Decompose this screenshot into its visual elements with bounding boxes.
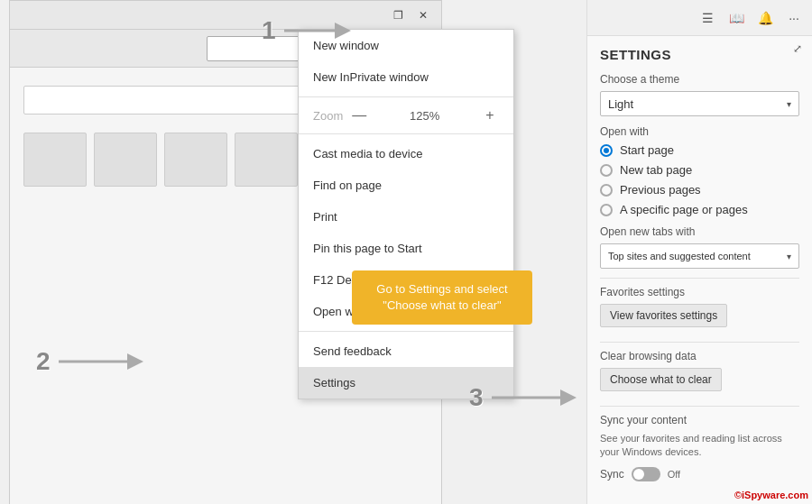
zoom-plus-button[interactable]: + <box>481 106 499 124</box>
radio-start-page[interactable]: Start page <box>600 143 799 157</box>
top-site-3[interactable] <box>164 133 227 187</box>
sync-desc: See your favorites and reading list acro… <box>600 432 799 460</box>
watermark: ©iSpyware.com <box>734 490 808 500</box>
sync-toggle-value: Off <box>668 469 680 480</box>
radio-specific[interactable]: A specific page or pages <box>600 203 799 216</box>
arrow-3-icon <box>487 384 577 411</box>
menu-item-pin[interactable]: Pin this page to Start <box>299 233 513 264</box>
menu-divider-3 <box>299 331 513 332</box>
settings-divider-3 <box>600 406 799 407</box>
clear-label: Clear browsing data <box>600 350 799 362</box>
radio-circle-specific <box>600 204 613 216</box>
settings-divider-2 <box>600 342 799 343</box>
arrow-2-icon <box>54 348 144 375</box>
radio-previous[interactable]: Previous pages <box>600 183 799 197</box>
new-tabs-label: Open new tabs with <box>600 225 799 238</box>
new-tabs-chevron-icon: ▾ <box>787 252 791 261</box>
sync-toggle-label: Sync <box>600 468 624 481</box>
zoom-minus-button[interactable]: — <box>350 106 368 124</box>
menu-item-new-inprivate[interactable]: New InPrivate window <box>299 61 513 93</box>
new-tabs-value: Top sites and suggested content <box>608 251 751 261</box>
open-with-label: Open with <box>600 125 799 138</box>
radio-circle-previous <box>600 184 613 197</box>
settings-body: SETTINGS Choose a theme Light ▾ Open wit… <box>587 36 812 492</box>
settings-toolbar: ☰ 📖 🔔 ··· <box>587 0 812 36</box>
menu-item-feedback[interactable]: Send feedback <box>299 335 513 367</box>
radio-circle-newtab <box>600 164 613 177</box>
sync-label: Sync your content <box>600 414 799 426</box>
arrow-1-icon <box>280 17 352 44</box>
open-with-radio-group: Start page New tab page Previous pages A… <box>600 143 799 216</box>
top-site-4[interactable] <box>235 133 298 187</box>
radio-new-tab[interactable]: New tab page <box>600 163 799 177</box>
annotation-1-num: 1 <box>262 16 276 45</box>
sync-toggle[interactable] <box>632 467 660 481</box>
theme-chevron-icon: ▾ <box>787 99 791 109</box>
radio-label-specific: A specific page or pages <box>620 203 748 216</box>
menu-divider-2 <box>299 133 513 134</box>
radio-circle-start <box>600 144 613 157</box>
browser-titlebar: ❐ ✕ <box>10 1 441 30</box>
view-favorites-button[interactable]: View favorites settings <box>600 304 727 327</box>
callout-line2: "Choose what to clear" <box>383 298 501 312</box>
theme-label: Choose a theme <box>600 73 799 86</box>
more-settings-icon[interactable]: ··· <box>783 7 805 29</box>
book-icon[interactable]: 📖 <box>725 7 747 29</box>
menu-divider-1 <box>299 96 513 97</box>
settings-divider-1 <box>600 278 799 279</box>
dropdown-menu: New window New InPrivate window Zoom — 1… <box>298 29 514 399</box>
zoom-label: Zoom <box>313 109 343 123</box>
settings-popup-icon[interactable]: ⤢ <box>789 40 807 58</box>
favorites-label: Favorites settings <box>600 286 799 298</box>
watermark-text: ©iSpyware.com <box>734 490 808 500</box>
annotation-3-num: 3 <box>469 383 484 412</box>
top-site-1[interactable] <box>23 133 87 187</box>
radio-label-newtab: New tab page <box>620 163 692 177</box>
settings-panel-title: SETTINGS <box>600 47 799 62</box>
bell-icon[interactable]: 🔔 <box>754 7 776 29</box>
menu-item-print[interactable]: Print <box>299 201 513 233</box>
annotation-3: 3 <box>469 383 577 412</box>
hamburger-icon[interactable]: ☰ <box>697 7 718 29</box>
zoom-row: Zoom — 125% + <box>299 101 513 130</box>
menu-item-cast[interactable]: Cast media to device <box>299 138 513 170</box>
menu-item-find[interactable]: Find on page <box>299 170 513 201</box>
annotation-2: 2 <box>36 347 144 376</box>
choose-what-to-clear-button[interactable]: Choose what to clear <box>600 368 722 391</box>
top-site-2[interactable] <box>94 133 157 187</box>
close-button[interactable]: ✕ <box>411 3 436 28</box>
new-tabs-dropdown[interactable]: Top sites and suggested content ▾ <box>600 243 799 269</box>
theme-value: Light <box>608 97 633 111</box>
callout-line1: Go to Settings and select <box>376 282 507 296</box>
callout-box: Go to Settings and select "Choose what t… <box>352 270 532 325</box>
annotation-1: 1 <box>262 16 352 45</box>
sync-toggle-row: Sync Off <box>600 467 799 481</box>
restore-button[interactable]: ❐ <box>385 3 411 28</box>
settings-panel: ☰ 📖 🔔 ··· ⤢ SETTINGS Choose a theme Ligh… <box>586 0 812 504</box>
radio-label-start: Start page <box>620 143 674 157</box>
toggle-knob <box>633 469 644 480</box>
zoom-value: 125% <box>375 109 474 123</box>
radio-label-previous: Previous pages <box>620 183 701 197</box>
annotation-2-num: 2 <box>36 347 51 376</box>
theme-dropdown[interactable]: Light ▾ <box>600 91 799 116</box>
